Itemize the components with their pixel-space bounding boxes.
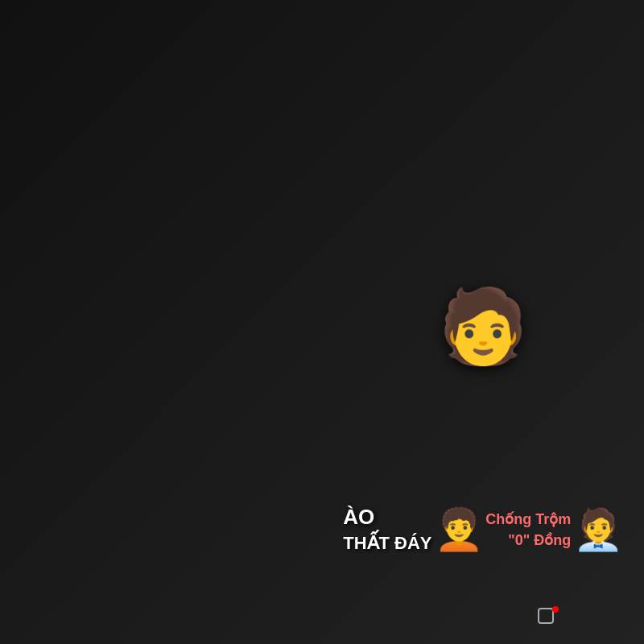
video3-person1: 🧑‍🦱: [434, 506, 484, 553]
video3-text-right: Chống Trộm "0" Đồng: [485, 510, 571, 549]
video3-label-chong: Chống Trộm: [485, 510, 571, 528]
video3-label-that: THẤT ĐÁY: [343, 533, 431, 554]
video3-text-left: ÀO THẤT ĐÁY: [343, 505, 431, 555]
video3-label-ao: ÀO: [343, 505, 431, 530]
video3-content: ÀO THẤT ĐÁY 🧑‍🦱 Chống Trộm "0" Đồng 🧑‍💼: [330, 505, 636, 555]
video3-thumb[interactable]: ÀO THẤT ĐÁY 🧑‍🦱 Chống Trộm "0" Đồng 🧑‍💼: [322, 459, 644, 600]
video2-person: 🧑: [438, 284, 528, 369]
video3-person2: 🧑‍💼: [573, 506, 623, 553]
video3: ÀO THẤT ĐÁY 🧑‍🦱 Chống Trộm "0" Đồng 🧑‍💼: [322, 459, 644, 601]
subscriptions-nav-icon: [538, 608, 557, 627]
video3-label-zero: "0" Đồng: [485, 531, 571, 549]
right-panel: YouTube 🔔 9+ 🔍 🏃 HCMC 0:0 SGFC: [322, 0, 644, 644]
